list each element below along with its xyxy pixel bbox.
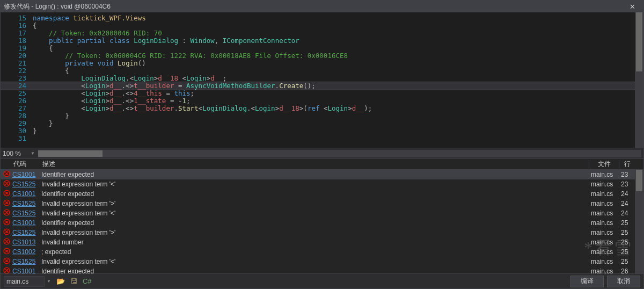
code-line[interactable]: 15namespace ticktick_WPF.Views: [1, 15, 635, 22]
code-text[interactable]: {: [33, 45, 53, 52]
error-icon: [1, 228, 12, 237]
code-text[interactable]: // Token: 0x060004C6 RID: 1222 RVA: 0x00…: [33, 52, 348, 60]
error-row[interactable]: CS1001Identifier expectedmain.cs25: [1, 218, 635, 228]
error-line: 25: [619, 248, 635, 256]
error-code-link[interactable]: CS1001: [12, 171, 41, 178]
code-line[interactable]: 21 private void Login(): [1, 60, 635, 67]
error-file: main.cs: [589, 171, 619, 178]
error-code-link[interactable]: CS1002: [12, 248, 41, 256]
code-line[interactable]: 24 <Login>d__.<>t__builder = AsyncVoidMe…: [1, 82, 635, 90]
error-row[interactable]: CS1525Invalid expression term '>'main.cs…: [1, 199, 635, 208]
chevron-down-icon[interactable]: ▼: [31, 151, 35, 156]
error-code-link[interactable]: CS1001: [12, 219, 41, 227]
error-row[interactable]: CS1525Invalid expression term '<'main.cs…: [1, 179, 635, 189]
error-icon: [1, 219, 12, 227]
code-line[interactable]: 29 }: [1, 120, 635, 127]
csharp-icon[interactable]: C#: [83, 277, 92, 285]
error-line: 23: [619, 171, 635, 178]
close-icon[interactable]: ✕: [624, 3, 640, 11]
col-line[interactable]: 行: [619, 160, 635, 169]
col-desc[interactable]: 描述: [41, 160, 589, 169]
error-row[interactable]: CS1002; expectedmain.cs25: [1, 247, 635, 257]
code-text[interactable]: }: [33, 112, 69, 120]
code-horizontal-scrollbar[interactable]: [38, 150, 641, 157]
col-code[interactable]: 代码: [12, 160, 41, 169]
error-code-link[interactable]: CS1525: [12, 180, 41, 188]
code-text[interactable]: <Login>d__.<>1__state = -1;: [33, 97, 191, 105]
error-row[interactable]: CS1001Identifier expectedmain.cs26: [1, 266, 635, 273]
code-text[interactable]: <Login>d__.<>t__builder.Start<LoginDialo…: [33, 105, 372, 112]
error-line: 25: [619, 239, 635, 246]
error-code-link[interactable]: CS1525: [12, 258, 41, 265]
code-text[interactable]: {: [33, 67, 69, 75]
code-text[interactable]: private void Login(): [33, 60, 146, 67]
error-file: main.cs: [589, 200, 619, 207]
error-desc: ; expected: [41, 248, 589, 256]
error-line: 25: [619, 219, 635, 227]
code-line[interactable]: 31: [1, 135, 635, 142]
line-number: 26: [1, 97, 33, 105]
filename-dropdown[interactable]: main.cs: [4, 276, 45, 287]
line-number: 30: [1, 127, 33, 135]
error-file: main.cs: [589, 229, 619, 236]
error-desc: Identifier expected: [41, 171, 589, 178]
zoom-level[interactable]: 100 %: [3, 150, 30, 157]
code-text[interactable]: public partial class LoginDialog : Windo…: [33, 37, 299, 45]
code-text[interactable]: }: [33, 127, 37, 135]
error-icon: [1, 267, 12, 273]
code-text[interactable]: namespace ticktick_WPF.Views: [33, 15, 146, 22]
error-file: main.cs: [589, 209, 619, 217]
error-line: 25: [619, 229, 635, 236]
error-code-link[interactable]: CS1013: [12, 239, 41, 246]
code-line[interactable]: 22 {: [1, 67, 635, 75]
error-code-link[interactable]: CS1525: [12, 229, 41, 236]
code-line[interactable]: 25 <Login>d__.<>4__this = this;: [1, 90, 635, 97]
error-file: main.cs: [589, 190, 619, 198]
error-line: 24: [619, 209, 635, 217]
code-text[interactable]: // Token: 0x02000046 RID: 70: [33, 30, 162, 37]
error-vertical-scrollbar[interactable]: [635, 170, 643, 273]
code-text[interactable]: <Login>d__.<>4__this = this;: [33, 90, 194, 97]
error-icon: [1, 180, 12, 189]
error-row[interactable]: CS1001Identifier expectedmain.cs24: [1, 189, 635, 199]
error-row[interactable]: CS1525Invalid expression term '<'main.cs…: [1, 208, 635, 218]
error-desc: Invalid expression term '<': [41, 180, 589, 188]
line-number: 28: [1, 112, 33, 120]
error-file: main.cs: [589, 248, 619, 256]
code-line[interactable]: 19 {: [1, 45, 635, 52]
error-row[interactable]: CS1525Invalid expression term '<'main.cs…: [1, 257, 635, 266]
code-line[interactable]: 30}: [1, 127, 635, 135]
open-folder-icon[interactable]: 📂: [56, 277, 65, 285]
code-line[interactable]: 20 // Token: 0x060004C6 RID: 1222 RVA: 0…: [1, 52, 635, 60]
line-number: 20: [1, 52, 33, 60]
error-icon: [1, 238, 12, 247]
code-line[interactable]: 27 <Login>d__.<>t__builder.Start<LoginDi…: [1, 105, 635, 112]
code-text[interactable]: <Login>d__.<>t__builder = AsyncVoidMetho…: [33, 82, 316, 90]
error-code-link[interactable]: CS1001: [12, 268, 41, 273]
code-line[interactable]: 23 LoginDialog.<Login>d__18 <Login>d__;: [1, 75, 635, 82]
error-code-link[interactable]: CS1001: [12, 190, 41, 198]
code-line[interactable]: 17 // Token: 0x02000046 RID: 70: [1, 30, 635, 37]
code-text[interactable]: LoginDialog.<Login>d__18 <Login>d__;: [33, 75, 226, 82]
error-code-link[interactable]: CS1525: [12, 200, 41, 207]
error-icon: [1, 248, 12, 256]
error-row[interactable]: CS1001Identifier expectedmain.cs23: [1, 170, 635, 179]
error-file: main.cs: [589, 239, 619, 246]
cancel-button[interactable]: 取消: [607, 276, 640, 287]
compile-button[interactable]: 编译: [570, 276, 604, 287]
line-number: 22: [1, 67, 33, 75]
code-line[interactable]: 16{: [1, 22, 635, 30]
code-line[interactable]: 28 }: [1, 112, 635, 120]
code-line[interactable]: 26 <Login>d__.<>1__state = -1;: [1, 97, 635, 105]
error-row[interactable]: CS1525Invalid expression term '>'main.cs…: [1, 228, 635, 237]
code-text[interactable]: {: [33, 22, 37, 30]
error-code-link[interactable]: CS1525: [12, 209, 41, 217]
col-file[interactable]: 文件: [589, 160, 619, 169]
code-vertical-scrollbar[interactable]: [635, 12, 643, 148]
code-editor[interactable]: 15namespace ticktick_WPF.Views16{17 // T…: [1, 12, 643, 148]
chevron-down-icon[interactable]: ▼: [47, 279, 51, 284]
error-row[interactable]: CS1013Invalid numbermain.cs25: [1, 237, 635, 247]
code-text[interactable]: }: [33, 120, 53, 127]
code-line[interactable]: 18 public partial class LoginDialog : Wi…: [1, 37, 635, 45]
save-icon[interactable]: 🖫: [70, 277, 77, 285]
